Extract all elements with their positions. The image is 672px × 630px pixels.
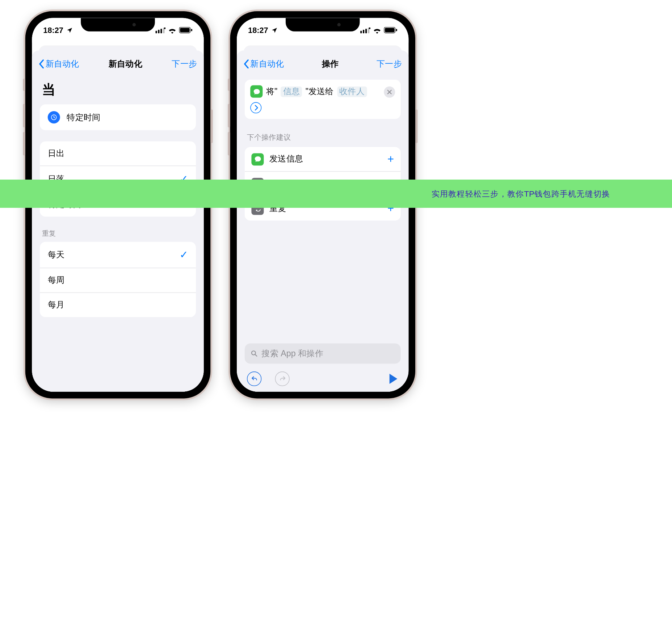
- message-token[interactable]: 信息: [281, 86, 302, 97]
- search-input[interactable]: 搜索 App 和操作: [245, 344, 401, 364]
- messages-app-icon: [251, 153, 264, 165]
- page-title: 新自动化: [109, 59, 142, 69]
- location-icon: [271, 27, 278, 34]
- chevron-left-icon: [244, 59, 249, 68]
- svg-rect-7: [191, 29, 192, 32]
- option-sunrise[interactable]: 日出: [40, 142, 196, 166]
- notch: [81, 18, 155, 32]
- banner-text: 实用教程轻松三步，教你TP钱包跨手机无缝切换: [432, 188, 610, 199]
- svg-rect-10: [363, 30, 364, 33]
- navbar: 新自动化 新自动化 下一步: [32, 51, 203, 77]
- next-button[interactable]: 下一步: [172, 59, 197, 69]
- svg-rect-11: [365, 29, 367, 34]
- search-placeholder: 搜索 App 和操作: [261, 348, 323, 359]
- recipient-token[interactable]: 收件人: [337, 86, 367, 97]
- repeat-options: 每天 ✓ 每周 每月: [40, 242, 196, 317]
- undo-icon: [251, 375, 258, 382]
- back-button[interactable]: 新自动化: [39, 59, 79, 69]
- svg-rect-6: [180, 28, 190, 32]
- back-label: 新自动化: [250, 59, 284, 69]
- trigger-card: 特定时间: [40, 104, 196, 130]
- svg-rect-9: [360, 31, 362, 33]
- wifi-icon: [373, 27, 382, 34]
- location-icon: [66, 27, 73, 34]
- next-button[interactable]: 下一步: [377, 59, 402, 69]
- status-time: 18:27: [43, 26, 63, 35]
- svg-rect-2: [160, 29, 162, 34]
- suggestions-heading: 下个操作建议: [247, 133, 399, 143]
- wifi-icon: [168, 27, 177, 34]
- undo-button[interactable]: [247, 371, 261, 386]
- overlay-banner: 实用教程轻松三步，教你TP钱包跨手机无缝切换: [0, 180, 672, 208]
- svg-rect-1: [158, 30, 159, 33]
- add-icon[interactable]: +: [387, 153, 394, 166]
- repeat-daily[interactable]: 每天 ✓: [40, 242, 196, 268]
- notch: [286, 18, 360, 32]
- suggestion-send-message[interactable]: 发送信息 +: [245, 147, 401, 171]
- repeat-monthly[interactable]: 每月: [40, 293, 196, 317]
- chevron-left-icon: [39, 59, 45, 68]
- repeat-weekly[interactable]: 每周: [40, 268, 196, 292]
- expand-action-button[interactable]: [250, 102, 261, 113]
- svg-rect-0: [155, 31, 157, 33]
- clear-action-button[interactable]: [384, 87, 395, 98]
- clock-icon: [48, 111, 60, 123]
- svg-rect-15: [385, 28, 395, 32]
- back-button[interactable]: 新自动化: [244, 59, 284, 69]
- cellular-icon: [360, 27, 370, 34]
- repeat-heading: 重复: [42, 229, 194, 238]
- page-title: 操作: [322, 59, 339, 69]
- action-card[interactable]: 将" 信息 "发送给 收件人: [245, 80, 401, 119]
- when-heading: 当: [42, 81, 194, 99]
- search-icon: [250, 350, 258, 358]
- redo-button: [275, 371, 290, 386]
- run-button[interactable]: [390, 374, 398, 384]
- navbar: 新自动化 操作 下一步: [237, 51, 408, 77]
- cellular-icon: [155, 27, 165, 34]
- messages-app-icon: [250, 85, 262, 98]
- battery-icon: [179, 27, 192, 34]
- close-icon: [387, 90, 392, 94]
- time-trigger-row[interactable]: 特定时间: [40, 104, 196, 130]
- redo-icon: [279, 375, 286, 382]
- battery-icon: [384, 27, 397, 34]
- check-icon: ✓: [180, 249, 188, 261]
- chevron-right-icon: [254, 105, 258, 110]
- svg-rect-16: [396, 29, 397, 32]
- back-label: 新自动化: [46, 59, 79, 69]
- status-time: 18:27: [248, 26, 268, 35]
- time-trigger-label: 特定时间: [67, 112, 100, 122]
